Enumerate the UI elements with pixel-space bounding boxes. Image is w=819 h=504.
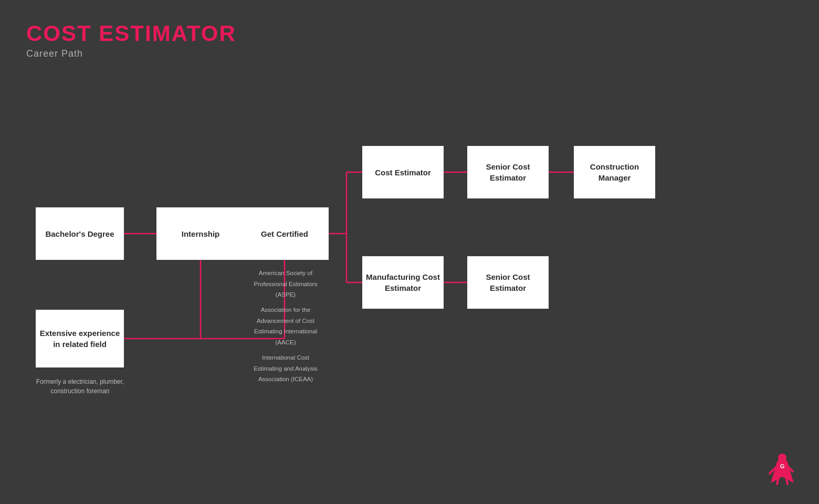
svg-point-22 [778,454,786,462]
bachelors-degree-node: Bachelor's Degree [36,207,124,260]
cert-iceaa: International CostEstimating and Analysi… [238,352,333,385]
page-subtitle: Career Path [26,48,236,59]
get-certified-node: Get Certified [240,207,329,260]
manufacturing-cost-estimator-node: Manufacturing Cost Estimator [362,256,444,309]
senior-cost-estimator-top-node: Senior Cost Estimator [467,146,549,198]
formerly-annotation: Formerly a electrician, plumber, constru… [29,377,131,396]
cert-list: American Society ofProfessional Estimato… [238,268,333,385]
cert-aace: Association for theAdvancement of CostEs… [238,304,333,348]
extensive-exp-node: Extensive experience in related field [36,310,124,368]
header: COST ESTIMATOR Career Path [26,21,236,59]
construction-manager-node: Construction Manager [574,146,655,198]
senior-cost-estimator-bottom-node: Senior Cost Estimator [467,256,549,309]
cost-estimator-node: Cost Estimator [362,146,444,198]
page-title: COST ESTIMATOR [26,21,236,46]
superhero-logo-icon: G [766,452,798,488]
internship-node: Internship [156,207,245,260]
cert-aspe: American Society ofProfessional Estimato… [238,268,333,300]
svg-text:G: G [780,463,785,469]
logo: G [766,452,798,488]
